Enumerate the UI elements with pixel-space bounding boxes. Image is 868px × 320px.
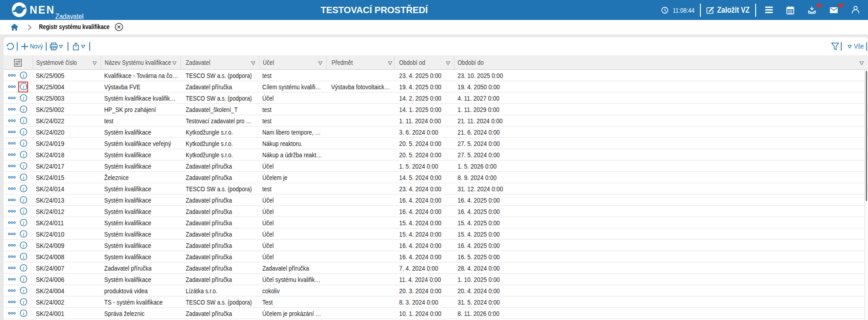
svg-text:i: i <box>23 163 24 170</box>
svg-text:i: i <box>23 265 24 272</box>
svg-text:i: i <box>23 107 24 113</box>
svg-text:i: i <box>23 186 24 192</box>
svg-text:i: i <box>23 299 24 305</box>
svg-text:i: i <box>23 242 24 249</box>
svg-text:i: i <box>23 175 24 181</box>
svg-text:i: i <box>23 152 24 158</box>
svg-text:i: i <box>23 118 24 124</box>
svg-text:i: i <box>23 276 24 283</box>
svg-text:i: i <box>23 197 24 204</box>
svg-text:i: i <box>23 310 24 317</box>
svg-text:i: i <box>23 254 24 260</box>
svg-text:i: i <box>23 208 24 215</box>
svg-text:i: i <box>23 73 24 79</box>
svg-text:i: i <box>23 231 24 238</box>
svg-text:i: i <box>23 220 24 226</box>
svg-text:i: i <box>23 129 24 136</box>
svg-text:i: i <box>23 141 24 147</box>
svg-text:i: i <box>23 95 24 102</box>
svg-text:i: i <box>23 288 24 294</box>
